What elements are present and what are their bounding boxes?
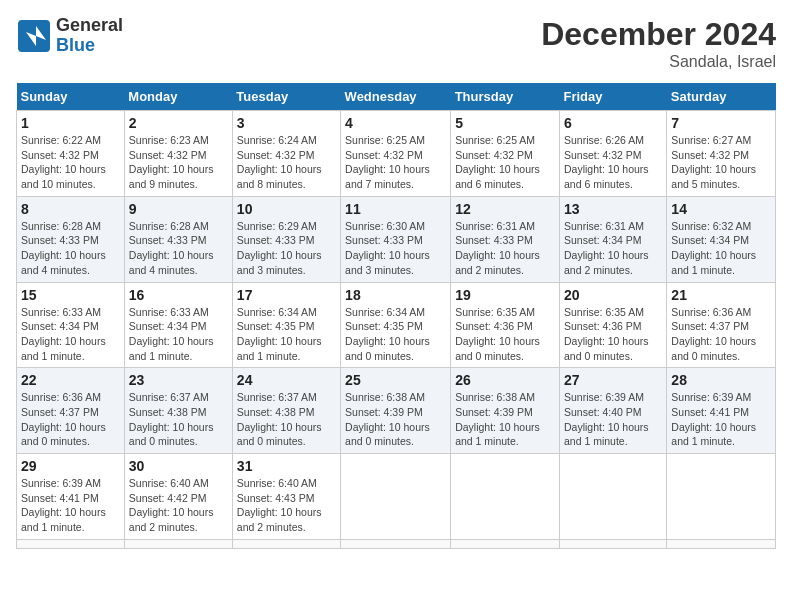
day-number: 12 — [455, 201, 555, 217]
table-cell: 28Sunrise: 6:39 AMSunset: 4:41 PMDayligh… — [667, 368, 776, 454]
table-cell: 10Sunrise: 6:29 AMSunset: 4:33 PMDayligh… — [232, 196, 340, 282]
day-detail: Sunrise: 6:38 AMSunset: 4:39 PMDaylight:… — [455, 390, 555, 449]
day-number: 5 — [455, 115, 555, 131]
day-number: 6 — [564, 115, 662, 131]
table-cell: 3Sunrise: 6:24 AMSunset: 4:32 PMDaylight… — [232, 111, 340, 197]
table-cell — [559, 539, 666, 548]
day-detail: Sunrise: 6:31 AMSunset: 4:33 PMDaylight:… — [455, 219, 555, 278]
day-number: 17 — [237, 287, 336, 303]
day-detail: Sunrise: 6:23 AMSunset: 4:32 PMDaylight:… — [129, 133, 228, 192]
day-detail: Sunrise: 6:39 AMSunset: 4:41 PMDaylight:… — [671, 390, 771, 449]
table-cell — [667, 539, 776, 548]
table-cell: 21Sunrise: 6:36 AMSunset: 4:37 PMDayligh… — [667, 282, 776, 368]
day-detail: Sunrise: 6:40 AMSunset: 4:43 PMDaylight:… — [237, 476, 336, 535]
day-detail: Sunrise: 6:29 AMSunset: 4:33 PMDaylight:… — [237, 219, 336, 278]
table-cell: 29Sunrise: 6:39 AMSunset: 4:41 PMDayligh… — [17, 454, 125, 540]
day-number: 29 — [21, 458, 120, 474]
table-cell: 24Sunrise: 6:37 AMSunset: 4:38 PMDayligh… — [232, 368, 340, 454]
day-number: 20 — [564, 287, 662, 303]
calendar-row: 15Sunrise: 6:33 AMSunset: 4:34 PMDayligh… — [17, 282, 776, 368]
header-row: Sunday Monday Tuesday Wednesday Thursday… — [17, 83, 776, 111]
day-detail: Sunrise: 6:36 AMSunset: 4:37 PMDaylight:… — [21, 390, 120, 449]
table-cell — [559, 454, 666, 540]
day-number: 8 — [21, 201, 120, 217]
day-number: 21 — [671, 287, 771, 303]
day-detail: Sunrise: 6:37 AMSunset: 4:38 PMDaylight:… — [237, 390, 336, 449]
table-cell — [124, 539, 232, 548]
day-number: 13 — [564, 201, 662, 217]
day-number: 19 — [455, 287, 555, 303]
day-number: 30 — [129, 458, 228, 474]
day-number: 9 — [129, 201, 228, 217]
day-number: 11 — [345, 201, 446, 217]
day-number: 27 — [564, 372, 662, 388]
day-detail: Sunrise: 6:27 AMSunset: 4:32 PMDaylight:… — [671, 133, 771, 192]
header-friday: Friday — [559, 83, 666, 111]
day-number: 23 — [129, 372, 228, 388]
day-number: 31 — [237, 458, 336, 474]
day-detail: Sunrise: 6:38 AMSunset: 4:39 PMDaylight:… — [345, 390, 446, 449]
table-cell: 22Sunrise: 6:36 AMSunset: 4:37 PMDayligh… — [17, 368, 125, 454]
day-detail: Sunrise: 6:37 AMSunset: 4:38 PMDaylight:… — [129, 390, 228, 449]
header-monday: Monday — [124, 83, 232, 111]
day-detail: Sunrise: 6:22 AMSunset: 4:32 PMDaylight:… — [21, 133, 120, 192]
table-cell: 31Sunrise: 6:40 AMSunset: 4:43 PMDayligh… — [232, 454, 340, 540]
header-wednesday: Wednesday — [341, 83, 451, 111]
day-number: 14 — [671, 201, 771, 217]
table-cell: 2Sunrise: 6:23 AMSunset: 4:32 PMDaylight… — [124, 111, 232, 197]
calendar-row: 8Sunrise: 6:28 AMSunset: 4:33 PMDaylight… — [17, 196, 776, 282]
table-cell: 27Sunrise: 6:39 AMSunset: 4:40 PMDayligh… — [559, 368, 666, 454]
table-cell: 26Sunrise: 6:38 AMSunset: 4:39 PMDayligh… — [451, 368, 560, 454]
header-thursday: Thursday — [451, 83, 560, 111]
header-tuesday: Tuesday — [232, 83, 340, 111]
day-number: 16 — [129, 287, 228, 303]
day-number: 22 — [21, 372, 120, 388]
day-detail: Sunrise: 6:25 AMSunset: 4:32 PMDaylight:… — [345, 133, 446, 192]
day-detail: Sunrise: 6:36 AMSunset: 4:37 PMDaylight:… — [671, 305, 771, 364]
day-detail: Sunrise: 6:33 AMSunset: 4:34 PMDaylight:… — [21, 305, 120, 364]
table-cell: 14Sunrise: 6:32 AMSunset: 4:34 PMDayligh… — [667, 196, 776, 282]
day-number: 10 — [237, 201, 336, 217]
day-detail: Sunrise: 6:31 AMSunset: 4:34 PMDaylight:… — [564, 219, 662, 278]
table-cell: 16Sunrise: 6:33 AMSunset: 4:34 PMDayligh… — [124, 282, 232, 368]
day-number: 24 — [237, 372, 336, 388]
table-cell: 12Sunrise: 6:31 AMSunset: 4:33 PMDayligh… — [451, 196, 560, 282]
table-cell — [232, 539, 340, 548]
table-cell: 9Sunrise: 6:28 AMSunset: 4:33 PMDaylight… — [124, 196, 232, 282]
day-number: 1 — [21, 115, 120, 131]
day-detail: Sunrise: 6:34 AMSunset: 4:35 PMDaylight:… — [345, 305, 446, 364]
table-cell: 13Sunrise: 6:31 AMSunset: 4:34 PMDayligh… — [559, 196, 666, 282]
table-cell: 23Sunrise: 6:37 AMSunset: 4:38 PMDayligh… — [124, 368, 232, 454]
day-detail: Sunrise: 6:40 AMSunset: 4:42 PMDaylight:… — [129, 476, 228, 535]
day-detail: Sunrise: 6:26 AMSunset: 4:32 PMDaylight:… — [564, 133, 662, 192]
table-cell: 15Sunrise: 6:33 AMSunset: 4:34 PMDayligh… — [17, 282, 125, 368]
day-detail: Sunrise: 6:34 AMSunset: 4:35 PMDaylight:… — [237, 305, 336, 364]
logo: General Blue — [16, 16, 123, 56]
calendar-row: 22Sunrise: 6:36 AMSunset: 4:37 PMDayligh… — [17, 368, 776, 454]
table-cell: 11Sunrise: 6:30 AMSunset: 4:33 PMDayligh… — [341, 196, 451, 282]
day-number: 4 — [345, 115, 446, 131]
calendar-row: 1Sunrise: 6:22 AMSunset: 4:32 PMDaylight… — [17, 111, 776, 197]
day-detail: Sunrise: 6:28 AMSunset: 4:33 PMDaylight:… — [129, 219, 228, 278]
day-detail: Sunrise: 6:39 AMSunset: 4:41 PMDaylight:… — [21, 476, 120, 535]
day-detail: Sunrise: 6:35 AMSunset: 4:36 PMDaylight:… — [455, 305, 555, 364]
logo-general-text: General — [56, 16, 123, 36]
table-cell: 1Sunrise: 6:22 AMSunset: 4:32 PMDaylight… — [17, 111, 125, 197]
table-cell: 20Sunrise: 6:35 AMSunset: 4:36 PMDayligh… — [559, 282, 666, 368]
day-number: 3 — [237, 115, 336, 131]
month-title: December 2024 — [541, 16, 776, 53]
day-number: 28 — [671, 372, 771, 388]
header-saturday: Saturday — [667, 83, 776, 111]
location: Sandala, Israel — [541, 53, 776, 71]
table-cell — [341, 539, 451, 548]
table-cell: 30Sunrise: 6:40 AMSunset: 4:42 PMDayligh… — [124, 454, 232, 540]
day-detail: Sunrise: 6:28 AMSunset: 4:33 PMDaylight:… — [21, 219, 120, 278]
day-detail: Sunrise: 6:25 AMSunset: 4:32 PMDaylight:… — [455, 133, 555, 192]
calendar-row: 29Sunrise: 6:39 AMSunset: 4:41 PMDayligh… — [17, 454, 776, 540]
table-cell: 18Sunrise: 6:34 AMSunset: 4:35 PMDayligh… — [341, 282, 451, 368]
day-number: 15 — [21, 287, 120, 303]
table-cell: 7Sunrise: 6:27 AMSunset: 4:32 PMDaylight… — [667, 111, 776, 197]
table-cell: 8Sunrise: 6:28 AMSunset: 4:33 PMDaylight… — [17, 196, 125, 282]
table-cell: 25Sunrise: 6:38 AMSunset: 4:39 PMDayligh… — [341, 368, 451, 454]
day-detail: Sunrise: 6:39 AMSunset: 4:40 PMDaylight:… — [564, 390, 662, 449]
